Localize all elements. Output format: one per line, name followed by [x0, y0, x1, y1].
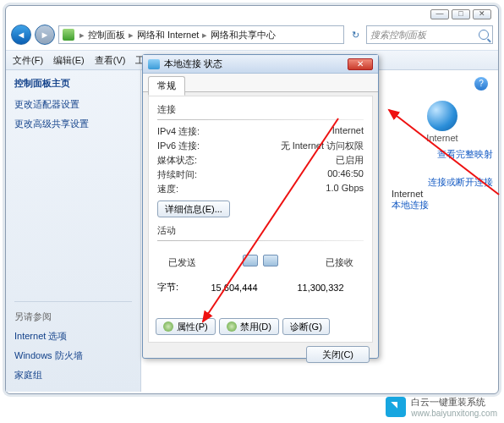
internet-label: Internet — [392, 133, 493, 143]
brand-url: www.baiyunxitong.com — [411, 409, 497, 418]
received-label: 已接收 — [315, 256, 364, 269]
tab-general[interactable]: 常规 — [148, 76, 185, 96]
refresh-button[interactable]: ↻ — [348, 30, 363, 41]
active-network-block: Internet 本地连接 — [392, 189, 493, 212]
sidebar-item-internet-options[interactable]: Internet 选项 — [14, 327, 132, 346]
shield-icon — [163, 321, 173, 332]
dialog-body: 连接 IPv4 连接:Internet IPv6 连接:无 Internet 访… — [148, 96, 373, 343]
watermark: 白云一键重装系统 www.baiyunxitong.com — [386, 396, 497, 418]
menu-edit[interactable]: 编辑(E) — [53, 54, 85, 67]
media-value: 已启用 — [336, 154, 364, 167]
bytes-label: 字节: — [157, 281, 191, 294]
close-button[interactable]: ✕ — [473, 9, 491, 19]
bytes-received: 11,300,332 — [277, 283, 364, 293]
local-connection-link[interactable]: 本地连接 — [392, 200, 429, 210]
duration-value: 00:46:50 — [327, 168, 364, 181]
globe-icon — [427, 101, 457, 131]
crumb-network-internet[interactable]: 网络和 Internet — [137, 29, 199, 41]
window-controls: — □ ✕ — [430, 9, 491, 19]
maximize-button[interactable]: □ — [452, 9, 470, 19]
control-panel-icon — [63, 29, 74, 41]
sidebar-item-homegroup[interactable]: 家庭组 — [14, 365, 132, 385]
activity-section-heading: 活动 — [157, 224, 364, 237]
crumb-sharing-center[interactable]: 网络和共享中心 — [211, 29, 276, 41]
brand-icon — [386, 397, 406, 417]
ipv6-value: 无 Internet 访问权限 — [281, 140, 364, 152]
ipv6-label: IPv6 连接: — [157, 140, 200, 152]
duration-label: 持续时间: — [157, 168, 197, 181]
shield-icon — [227, 321, 237, 332]
crumb-control-panel[interactable]: 控制面板 — [88, 29, 125, 41]
activity-icon — [243, 250, 278, 275]
close-button[interactable]: 关闭(C) — [306, 346, 370, 363]
sidebar-item-firewall[interactable]: Windows 防火墙 — [14, 346, 132, 365]
forward-button[interactable]: ► — [35, 25, 55, 45]
address-bar: ◄ ► ▸ 控制面板 ▸ 网络和 Internet ▸ 网络和共享中心 ↻ 搜索… — [11, 23, 493, 47]
back-button[interactable]: ◄ — [11, 25, 31, 45]
ipv4-label: IPv4 连接: — [157, 125, 200, 138]
dialog-tabs: 常规 — [143, 74, 378, 92]
breadcrumb[interactable]: ▸ 控制面板 ▸ 网络和 Internet ▸ 网络和共享中心 — [58, 25, 344, 44]
sent-label: 已发送 — [157, 256, 206, 269]
bytes-sent: 15,604,444 — [191, 283, 277, 293]
brand-name: 白云一键重装系统 — [411, 396, 497, 409]
sidebar: 控制面板主页 更改适配器设置 更改高级共享设置 另请参阅 Internet 选项… — [6, 70, 141, 392]
connect-disconnect-link[interactable]: 连接或断开连接 — [428, 177, 493, 187]
search-icon — [479, 30, 489, 40]
connection-section-heading: 连接 — [157, 103, 364, 116]
disable-button[interactable]: 禁用(D) — [219, 318, 279, 335]
view-full-map-link[interactable]: 查看完整映射 — [437, 149, 493, 159]
connection-status-dialog: 本地连接 状态 ✕ 常规 连接 IPv4 连接:Internet IPv6 连接… — [142, 54, 379, 359]
sidebar-item-adapter-settings[interactable]: 更改适配器设置 — [14, 95, 132, 114]
network-icon — [148, 59, 160, 69]
menu-view[interactable]: 查看(V) — [95, 54, 126, 67]
dialog-title: 本地连接 状态 — [164, 58, 222, 70]
menu-file[interactable]: 文件(F) — [13, 54, 43, 67]
diagnose-button[interactable]: 诊断(G) — [282, 318, 330, 335]
minimize-button[interactable]: — — [430, 9, 449, 19]
ipv4-value: Internet — [332, 125, 364, 138]
dialog-close-button[interactable]: ✕ — [348, 58, 373, 70]
sidebar-heading[interactable]: 控制面板主页 — [14, 77, 132, 90]
sidebar-item-sharing-settings[interactable]: 更改高级共享设置 — [14, 114, 132, 134]
search-placeholder: 搜索控制面板 — [370, 29, 426, 41]
media-label: 媒体状态: — [157, 154, 197, 167]
help-icon[interactable]: ? — [474, 77, 488, 91]
dialog-titlebar[interactable]: 本地连接 状态 ✕ — [143, 55, 378, 74]
properties-button[interactable]: 属性(P) — [156, 318, 216, 335]
network-map: Internet 查看完整映射 连接或断开连接 — [392, 101, 493, 189]
speed-value: 1.0 Gbps — [326, 183, 364, 195]
speed-label: 速度: — [157, 183, 178, 195]
sidebar-see-also: 另请参阅 — [14, 310, 132, 323]
network-name: Internet — [392, 189, 493, 199]
search-input[interactable]: 搜索控制面板 — [366, 25, 493, 44]
details-button[interactable]: 详细信息(E)... — [157, 201, 230, 217]
